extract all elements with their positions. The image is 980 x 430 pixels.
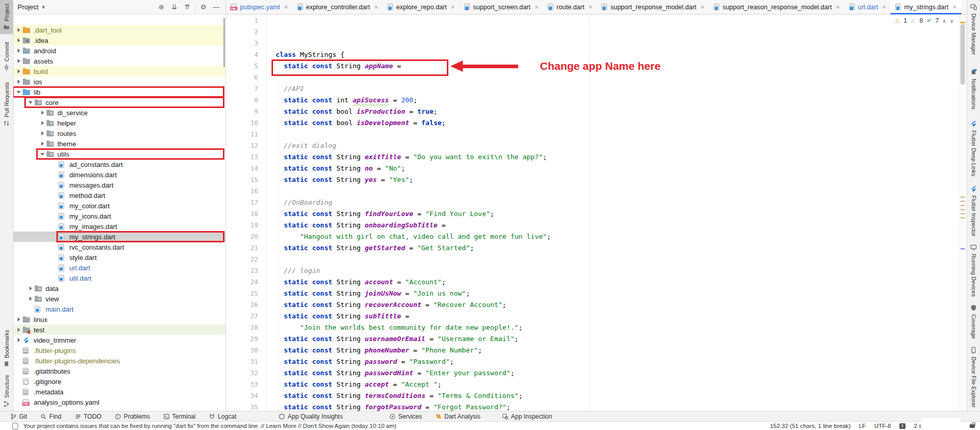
- tool-stripe-button-bookmarks[interactable]: Bookmarks: [0, 326, 13, 371]
- chevron-down-icon[interactable]: [26, 101, 35, 104]
- chevron-right-icon[interactable]: [38, 131, 47, 135]
- tree-row-routes[interactable]: routes: [13, 128, 225, 139]
- code-line-14[interactable]: 14 static const String no = "No";: [226, 163, 959, 174]
- chevron-right-icon[interactable]: [38, 121, 47, 125]
- tree-row-my_strings.dart[interactable]: my_strings.dart: [13, 232, 225, 242]
- code-line-8[interactable]: 8 static const int apiSucess = 200;: [226, 95, 959, 106]
- tree-row-main.dart[interactable]: main.dart: [13, 304, 225, 314]
- tree-row-video_trimmer[interactable]: video_trimmer: [13, 335, 225, 345]
- chevron-right-icon[interactable]: [14, 59, 23, 63]
- tree-row-util.dart[interactable]: util.dart: [13, 273, 225, 283]
- error-stripe-mark[interactable]: [960, 196, 965, 198]
- code-line-2[interactable]: 2: [226, 26, 959, 38]
- collapse-all-icon[interactable]: ⇈: [182, 3, 192, 11]
- tree-row-lib[interactable]: lib: [13, 87, 225, 97]
- code-line-28[interactable]: 28 "Join the worlds best community for d…: [226, 322, 959, 333]
- code-line-13[interactable]: 13 static const String exitTitle = "Do y…: [226, 151, 959, 163]
- prev-problem-icon[interactable]: ∧: [942, 18, 946, 24]
- tool-stripe-button-commit[interactable]: Commit: [0, 38, 13, 74]
- tab-support_screen.dart[interactable]: support_screen.dart×: [460, 0, 544, 14]
- error-stripe-mark[interactable]: [960, 209, 965, 210]
- tab-close-icon[interactable]: ×: [701, 3, 705, 11]
- code-line-21[interactable]: 21 static const String getStarted = "Get…: [226, 242, 959, 254]
- error-stripe-mark[interactable]: [960, 22, 965, 23]
- chevron-right-icon[interactable]: [14, 69, 23, 73]
- tree-row-utils[interactable]: utils: [13, 149, 225, 159]
- code-line-16[interactable]: 16: [226, 186, 959, 197]
- project-tree-scrollbar[interactable]: [223, 18, 225, 67]
- code-line-11[interactable]: 11: [226, 129, 959, 140]
- tab-explore_repo.dart[interactable]: explore_repo.dart×: [383, 0, 460, 14]
- editor-scrollbar-thumb[interactable]: [960, 24, 965, 85]
- tool-window-button-todo[interactable]: TODO: [75, 413, 101, 420]
- tool-stripe-button-devmgr[interactable]: Device Manager: [967, 0, 980, 58]
- tree-row-method.dart[interactable]: method.dart: [13, 190, 225, 201]
- caret-position[interactable]: 152:32 (51 chars, 1 line break): [770, 423, 851, 429]
- tree-row-.flutter-plugins-dependencies[interactable]: .flutter-plugins-dependencies: [13, 356, 225, 366]
- tab-pubspec.yaml[interactable]: pubspec.yaml×: [226, 0, 293, 14]
- tab-close-icon[interactable]: ×: [882, 3, 886, 11]
- code-line-22[interactable]: 22: [226, 254, 959, 265]
- code-line-25[interactable]: 25 static const String joinUsNow = "Join…: [226, 288, 959, 299]
- error-stripe-mark[interactable]: [960, 205, 965, 206]
- code-line-27[interactable]: 27 static const String subTittle =: [226, 311, 959, 322]
- tab-close-icon[interactable]: ×: [589, 3, 593, 11]
- chevron-right-icon[interactable]: [38, 111, 47, 115]
- tree-row-linux[interactable]: linux: [13, 314, 225, 325]
- error-stripe-mark[interactable]: [960, 201, 965, 202]
- code-line-12[interactable]: 12 //exit dialog: [226, 140, 959, 151]
- code-line-6[interactable]: 6: [226, 72, 959, 83]
- code-line-20[interactable]: 20 "Hangout with girl on chat, video cal…: [226, 231, 959, 242]
- chevron-right-icon[interactable]: [14, 28, 23, 32]
- tree-row-ios[interactable]: ios: [13, 76, 225, 87]
- chevron-right-icon[interactable]: [14, 38, 23, 42]
- chevron-down-icon[interactable]: ▼: [41, 5, 46, 10]
- code-line-24[interactable]: 24 static const String account = "Accoun…: [226, 277, 959, 288]
- code-line-23[interactable]: 23 /// login: [226, 265, 959, 277]
- tree-row-url.dart[interactable]: url.dart: [13, 263, 225, 273]
- tool-stripe-button-coverage[interactable]: Coverage: [967, 301, 980, 343]
- tool-stripe-button-pull[interactable]: Pull Requests: [0, 79, 13, 130]
- chevron-right-icon[interactable]: [38, 142, 47, 146]
- chevron-right-icon[interactable]: [14, 80, 23, 84]
- locate-file-icon[interactable]: ⊕: [156, 3, 167, 11]
- error-stripe[interactable]: [959, 14, 966, 411]
- ok-count[interactable]: 7: [936, 17, 939, 24]
- tool-stripe-button-rundev[interactable]: Running Devices: [967, 240, 980, 300]
- chevron-right-icon[interactable]: [14, 338, 23, 342]
- tree-row-my_color.dart[interactable]: my_color.dart: [13, 201, 225, 211]
- code-line-32[interactable]: 32 static const String passwordHint = "E…: [226, 367, 959, 379]
- project-panel-title[interactable]: Project: [18, 3, 38, 11]
- tab-close-icon[interactable]: ×: [374, 3, 378, 11]
- file-encoding[interactable]: UTF-8: [874, 423, 891, 429]
- gear-icon[interactable]: ⚙: [198, 3, 208, 11]
- code-line-15[interactable]: 15 static const String yes = "Yes";: [226, 174, 959, 186]
- tool-stripe-button-flutter-deep-links[interactable]: Flutter Deep Links: [967, 117, 980, 180]
- tree-row-.metadata[interactable]: .metadata: [13, 387, 225, 397]
- tree-row-build[interactable]: build: [13, 66, 225, 76]
- lock-icon[interactable]: [970, 424, 975, 428]
- expand-all-icon[interactable]: ⇊: [169, 3, 179, 11]
- code-line-3[interactable]: 3: [226, 38, 959, 49]
- tab-close-icon[interactable]: ×: [836, 3, 840, 11]
- code-line-30[interactable]: 30 static const String phoneNumber = "Ph…: [226, 345, 959, 356]
- code-line-10[interactable]: 10 static const bool isDevelopment = fal…: [226, 117, 959, 129]
- chevron-down-icon[interactable]: [14, 91, 23, 94]
- tree-row-style.dart[interactable]: style.dart: [13, 252, 225, 263]
- warning-count[interactable]: 1: [903, 17, 907, 24]
- line-separator[interactable]: LF: [859, 423, 866, 429]
- tree-row-my_icons.dart[interactable]: my_icons.dart: [13, 211, 225, 221]
- code-line-19[interactable]: 19 static const String onboardingSubTitl…: [226, 220, 959, 231]
- tree-row-data[interactable]: data: [13, 283, 225, 294]
- next-problem-icon[interactable]: ∨: [950, 18, 954, 24]
- tool-stripe-button-structure[interactable]: Structure: [0, 371, 13, 411]
- tab-explore_controller.dart[interactable]: explore_controller.dart×: [293, 0, 383, 14]
- tree-row-helper[interactable]: helper: [13, 118, 225, 128]
- tab-support_response_model.dart[interactable]: support_response_model.dart×: [597, 0, 709, 14]
- chevron-right-icon[interactable]: [14, 317, 23, 321]
- code-line-5[interactable]: 5 static const String appName =Change ap…: [226, 60, 959, 72]
- code-line-31[interactable]: 31 static const String password = "Passw…: [226, 356, 959, 367]
- tab-url.dart[interactable]: url.dart×: [845, 0, 891, 14]
- tab-my_strings.dart[interactable]: my_strings.dart×: [891, 0, 961, 14]
- tab-close-icon[interactable]: ×: [953, 3, 957, 11]
